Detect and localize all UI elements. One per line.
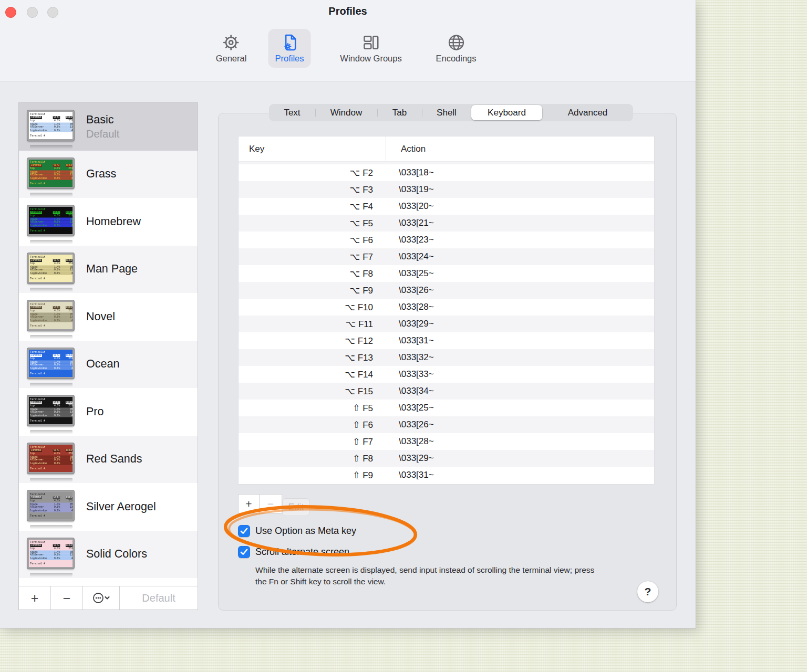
profile-name: Solid Colors [86, 548, 147, 561]
profile-thumbnail: Terminal1#COMMAND%CPURPRVTtop4.1%231KXco… [27, 538, 82, 569]
table-row[interactable]: ⌥ F13\033[32~ [239, 349, 654, 366]
window-groups-icon [361, 33, 380, 52]
profile-row-pro[interactable]: Terminal1#COMMAND%CPURPRVTtop4.1%231KXco… [19, 388, 198, 436]
profile-thumbnail: Terminal1#COMMAND%CPURPRVTtop4.1%231KXco… [27, 300, 82, 331]
profile-sidebar: Terminal1#COMMAND%CPURPRVTtop4.1%231KXco… [18, 102, 198, 610]
profile-thumbnail: Terminal1#COMMAND%CPURPRVTtop4.1%231KXco… [27, 205, 82, 236]
table-row[interactable]: ⌥ F12\033[31~ [239, 332, 654, 349]
toolbar-item-encodings[interactable]: Encodings [429, 29, 483, 68]
edit-key-button[interactable]: Edit [282, 498, 310, 516]
key-cell: ⌥ F3 [239, 184, 373, 195]
profile-thumbnail: Terminal1#COMMAND%CPURPRVTtop4.1%231KXco… [27, 158, 82, 188]
checkbox-checked-icon [238, 546, 250, 558]
action-cell: \033[26~ [373, 419, 654, 430]
action-cell: \033[29~ [373, 453, 654, 464]
table-row[interactable]: ⌥ F15\033[34~ [239, 383, 654, 400]
keyboard-settings-panel: Key Action ⌥ F2\033[18~⌥ F3\033[19~⌥ F4\… [218, 113, 677, 611]
profile-row-basic[interactable]: Terminal1#COMMAND%CPURPRVTtop4.1%231KXco… [19, 103, 198, 151]
checkbox-label: Scroll alternate screen [255, 547, 349, 558]
table-row[interactable]: ⇧ F8\033[29~ [239, 450, 654, 467]
window-title: Profiles [0, 5, 696, 17]
key-action-table: Key Action ⌥ F2\033[18~⌥ F3\033[19~⌥ F4\… [238, 136, 655, 485]
key-cell: ⌥ F4 [239, 201, 373, 212]
table-row[interactable]: ⇧ F7\033[28~ [239, 433, 654, 450]
add-profile-button[interactable]: + [19, 586, 51, 610]
key-cell: ⇧ F6 [239, 419, 373, 430]
profile-row-silver-aerogel[interactable]: Terminal1#COMMAND%CPURPRVTtop4.1%231KXco… [19, 483, 198, 531]
table-row[interactable]: ⌥ F2\033[18~ [239, 164, 654, 181]
remove-profile-button[interactable]: − [51, 586, 83, 610]
key-cell: ⌥ F11 [239, 319, 373, 330]
remove-key-button[interactable]: − [259, 494, 282, 513]
profile-name: Novel [86, 310, 115, 323]
tab-window[interactable]: Window [315, 104, 377, 121]
table-row[interactable]: ⇧ F6\033[26~ [239, 416, 654, 433]
table-row[interactable]: ⇧ F9\033[31~ [239, 467, 654, 484]
more-options-button[interactable] [83, 586, 120, 610]
profile-name: Basic [86, 113, 119, 127]
key-cell: ⌥ F2 [239, 167, 373, 178]
key-cell: ⇧ F8 [239, 453, 373, 464]
table-row[interactable]: ⌥ F11\033[29~ [239, 316, 654, 332]
add-key-button[interactable]: + [238, 494, 260, 513]
profile-name: Silver Aerogel [86, 500, 156, 513]
action-cell: \033[18~ [373, 167, 654, 178]
profile-name: Ocean [86, 358, 119, 371]
table-row[interactable]: ⌥ F6\033[23~ [239, 232, 654, 248]
help-button[interactable]: ? [637, 581, 658, 602]
profile-row-red-sands[interactable]: Terminal1#COMMAND%CPURPRVTtop4.1%231KXco… [19, 436, 198, 484]
table-row[interactable]: ⌥ F3\033[19~ [239, 181, 654, 198]
profile-name: Man Page [86, 262, 138, 276]
profile-row-solid-colors[interactable]: Terminal1#COMMAND%CPURPRVTtop4.1%231KXco… [19, 531, 198, 579]
gear-icon [222, 33, 241, 52]
profile-name: Homebrew [86, 215, 141, 228]
table-row[interactable]: ⌥ F8\033[25~ [239, 265, 654, 282]
profile-name: Pro [86, 405, 104, 418]
table-row[interactable]: ⌥ F5\033[21~ [239, 215, 654, 232]
key-cell: ⇧ F7 [239, 436, 373, 447]
tab-text[interactable]: Text [269, 104, 315, 121]
table-row[interactable]: ⌥ F9\033[26~ [239, 282, 654, 299]
table-row[interactable]: ⌥ F7\033[24~ [239, 248, 654, 265]
profile-row-grass[interactable]: Terminal1#COMMAND%CPURPRVTtop4.1%231KXco… [19, 151, 198, 198]
tab-tab[interactable]: Tab [377, 104, 422, 121]
tab-advanced[interactable]: Advanced [542, 104, 633, 121]
table-row[interactable]: ⌥ F4\033[20~ [239, 198, 654, 215]
key-cell: ⌥ F10 [239, 302, 373, 313]
toolbar-label: Window Groups [340, 54, 401, 64]
tab-shell[interactable]: Shell [422, 104, 471, 121]
table-row[interactable]: ⇧ F5\033[25~ [239, 400, 654, 416]
key-action-table-body: ⌥ F2\033[18~⌥ F3\033[19~⌥ F4\033[20~⌥ F5… [239, 162, 654, 484]
key-cell: ⌥ F12 [239, 335, 373, 346]
profile-row-man-page[interactable]: Terminal1#COMMAND%CPURPRVTtop4.1%231KXco… [19, 246, 198, 293]
table-row[interactable]: ⌥ F14\033[33~ [239, 366, 654, 383]
globe-icon [447, 33, 465, 52]
use-option-as-meta-key-checkbox[interactable]: Use Option as Meta key [238, 525, 356, 537]
action-cell: \033[19~ [373, 184, 654, 195]
ellipsis-circle-chevron-icon [92, 592, 110, 604]
profile-thumbnail: Terminal1#COMMAND%CPURPRVTtop4.1%231KXco… [27, 443, 82, 474]
action-cell: \033[23~ [373, 235, 654, 245]
action-cell: \033[33~ [373, 369, 654, 380]
scroll-alternate-screen-checkbox[interactable]: Scroll alternate screen [238, 546, 349, 558]
key-cell: ⌥ F13 [239, 352, 373, 363]
tab-keyboard[interactable]: Keyboard [471, 105, 542, 120]
action-cell: \033[28~ [373, 302, 654, 312]
action-cell: \033[34~ [373, 386, 654, 396]
profile-row-ocean[interactable]: Terminal1#COMMAND%CPURPRVTtop4.1%231KXco… [19, 341, 198, 388]
tab-bar: TextWindowTabShellKeyboardAdvanced [269, 104, 633, 121]
profile-list: Terminal1#COMMAND%CPURPRVTtop4.1%231KXco… [19, 103, 198, 578]
toolbar-item-general[interactable]: General [209, 29, 254, 68]
toolbar-item-window-groups[interactable]: Window Groups [333, 29, 408, 68]
profile-row-homebrew[interactable]: Terminal1#COMMAND%CPURPRVTtop4.1%231KXco… [19, 198, 198, 246]
toolbar-label: Profiles [275, 54, 304, 64]
window-chrome: Profiles General [0, 0, 696, 81]
profile-thumbnail: Terminal1#COMMAND%CPURPRVTtop4.1%231KXco… [27, 348, 82, 379]
toolbar-item-profiles[interactable]: Profiles [268, 29, 311, 68]
set-default-button[interactable]: Default [120, 586, 198, 610]
key-cell: ⌥ F5 [239, 218, 373, 229]
profile-row-novel[interactable]: Terminal1#COMMAND%CPURPRVTtop4.1%231KXco… [19, 293, 198, 341]
profile-thumbnail: Terminal1#COMMAND%CPURPRVTtop4.1%231KXco… [27, 490, 82, 521]
table-row[interactable]: ⌥ F10\033[28~ [239, 299, 654, 316]
key-cell: ⌥ F14 [239, 369, 373, 380]
